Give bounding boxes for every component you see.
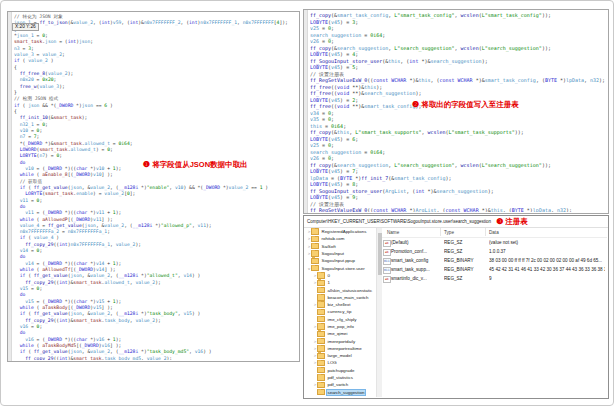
registry-path: Computer\HKEY_CURRENT_USER\SOFTWARE\Sogo…	[307, 219, 491, 224]
registry-key-label: pdf_statistics	[327, 375, 354, 380]
folder-icon	[317, 374, 325, 380]
registry-key-LOG[interactable]: >LOG	[304, 359, 376, 366]
folder-icon	[317, 301, 325, 307]
folder-icon	[317, 338, 325, 344]
pseudocode-view-right[interactable]: ff_copy(&smart_task_config, L"smart_task…	[310, 12, 607, 212]
value-data: (value not set)	[489, 238, 605, 247]
registry-value-row[interactable]: abPromotion_conf...REG_SZ1.0.0.37	[382, 247, 607, 256]
registry-value-row[interactable]: 011smart_task_supp...REG_BINARY45 42 42 …	[382, 265, 607, 274]
registry-key-imereportdaily[interactable]: >imereportdaily	[304, 337, 376, 344]
registry-key-ime_qimei[interactable]: ime_qimei	[304, 330, 376, 337]
folder-icon	[311, 258, 319, 264]
reg-string-icon: ab	[383, 249, 391, 256]
column-separator[interactable]	[485, 228, 486, 236]
registry-key-SogouInput.ppup[interactable]: SogouInput.ppup	[304, 257, 376, 264]
folder-icon	[317, 309, 325, 315]
pseudocode-view-left[interactable]: // 转化为 JSON 对象json_1 = ff_to_json(&value…	[14, 14, 298, 360]
folder-icon	[311, 265, 319, 271]
registry-key-pdf_switch[interactable]: >pdf_switch	[304, 381, 376, 388]
folder-icon	[311, 243, 319, 249]
registry-key-SogouInput.store.user[interactable]: vSogouInput.store.user	[304, 264, 376, 271]
registry-key-label: pdf_switch	[327, 382, 350, 387]
registry-key-label: beacon_main_switch	[327, 295, 370, 300]
registry-key-imereportrealtime[interactable]: >imereportrealtime	[304, 345, 376, 352]
annotation-2-text: 将取出的字段值写入至注册表	[421, 100, 519, 109]
folder-icon	[317, 287, 325, 293]
value-data: 1.0.0.37	[489, 247, 605, 256]
value-data: 38 03 00 00 ff ff ff 7f 2c 00 02 00 02 0…	[489, 256, 605, 265]
reg-binary-icon: 011	[383, 258, 391, 265]
registry-key-ime_cfg_shiply[interactable]: ime_cfg_shiply	[304, 316, 376, 323]
code-line: ff_copy_29((int)&smart_task.task_body_md…	[14, 356, 298, 360]
annotation-3-text: 注册表	[505, 217, 528, 226]
column-separator[interactable]	[440, 228, 441, 236]
folder-icon	[317, 294, 325, 300]
folder-icon	[311, 228, 319, 234]
registry-address-bar[interactable]: Computer\HKEY_CURRENT_USER\SOFTWARE\Sogo…	[304, 216, 608, 228]
value-name: smart_task_supp...	[391, 265, 442, 274]
folder-icon	[317, 272, 325, 278]
registry-key-1[interactable]: >1	[304, 279, 376, 286]
registry-key-label: search_suggestion	[327, 390, 366, 395]
annotation-registry: ❸注册表	[496, 217, 528, 226]
registry-key-rohitab.com[interactable]: >rohitab.com	[304, 235, 376, 242]
value-type: REG_BINARY	[444, 256, 487, 265]
registry-key-label: patchupgrade	[327, 368, 356, 373]
code-gutter	[8, 12, 12, 361]
registry-key-label: biz_shellext	[327, 302, 352, 307]
coords-tooltip: X:20 Y:26	[12, 23, 39, 31]
reg-binary-icon: 011	[383, 267, 391, 274]
annotation-extract-json: ❶将字段值从JSON数据中取出	[143, 160, 248, 169]
registry-key-label: 1	[327, 280, 331, 285]
decompiler-panel-registry-write: ff_copy(&smart_task_config, L"smart_task…	[303, 9, 609, 214]
registry-value-row[interactable]: ab(Default)REG_SZ(value not set)	[382, 238, 607, 247]
folder-icon	[317, 345, 325, 351]
value-name: (Default)	[391, 238, 442, 247]
value-list-header: Name Type Data	[382, 228, 607, 238]
registry-key-large_model[interactable]: >large_model	[304, 352, 376, 359]
registry-key-label: SaiSoft	[321, 244, 337, 249]
registry-key-label: allskin_statusiconstatic	[327, 288, 374, 293]
folder-icon	[317, 353, 325, 359]
code-gutter	[304, 10, 308, 213]
registry-key-0[interactable]: >0	[304, 272, 376, 279]
registry-key-label: RegisteredApplications	[321, 229, 368, 234]
registry-key-beacon_main_switch[interactable]: beacon_main_switch	[304, 294, 376, 301]
registry-key-ime_pop_info[interactable]: >ime_pop_info	[304, 323, 376, 330]
value-type: REG_SZ	[444, 238, 487, 247]
column-header-type[interactable]: Type	[444, 228, 454, 237]
registry-value-list: Name Type Data ab(Default)REG_SZ(value n…	[382, 228, 607, 397]
value-data: 45 42 42 31 41 46 41 33 42 30 36 37 44 4…	[489, 265, 605, 274]
folder-icon	[317, 389, 325, 395]
folder-icon	[317, 360, 325, 366]
folder-icon	[317, 331, 325, 337]
tree-scrollbar-thumb[interactable]	[378, 233, 382, 275]
column-header-data[interactable]: Data	[489, 228, 499, 237]
value-type: REG_SZ	[444, 274, 487, 283]
registry-key-currency_tip[interactable]: currency_tip	[304, 308, 376, 315]
decompiler-panel-json-parse: // 转化为 JSON 对象json_1 = ff_to_json(&value…	[7, 11, 300, 362]
annotation-1-badge: ❶	[143, 160, 150, 169]
registry-key-SogouInput[interactable]: >SogouInput	[304, 250, 376, 257]
registry-key-search_suggestion[interactable]: search_suggestion	[304, 389, 376, 396]
registry-key-pdf_statistics[interactable]: pdf_statistics	[304, 374, 376, 381]
registry-key-biz_shellext[interactable]: >biz_shellext	[304, 301, 376, 308]
registry-key-label: SogouInput	[321, 251, 345, 256]
registry-value-row[interactable]: 011smart_task_configREG_BINARY38 03 00 0…	[382, 256, 607, 265]
folder-icon	[311, 250, 319, 256]
registry-key-label: currency_tip	[327, 309, 353, 314]
registry-key-allskin_statusiconstatic[interactable]: allskin_statusiconstatic	[304, 286, 376, 293]
registry-key-RegisteredApplications[interactable]: >RegisteredApplications	[304, 228, 376, 235]
registry-key-label: large_model	[327, 353, 353, 358]
registry-key-label: rohitab.com	[321, 236, 346, 241]
registry-key-patchupgrade[interactable]: patchupgrade	[304, 367, 376, 374]
folder-icon	[317, 323, 325, 329]
registry-key-label: LOG	[327, 360, 338, 365]
value-rows: ab(Default)REG_SZ(value not set)abPromot…	[382, 238, 607, 397]
registry-key-label: imereportrealtime	[327, 346, 363, 351]
value-name: smartinfo_dic_v...	[391, 274, 442, 283]
column-header-name[interactable]: Name	[387, 228, 399, 237]
registry-key-SaiSoft[interactable]: >SaiSoft	[304, 243, 376, 250]
reg-string-icon: ab	[383, 240, 391, 247]
registry-value-row[interactable]: absmartinfo_dic_v...REG_SZ9	[382, 274, 607, 283]
